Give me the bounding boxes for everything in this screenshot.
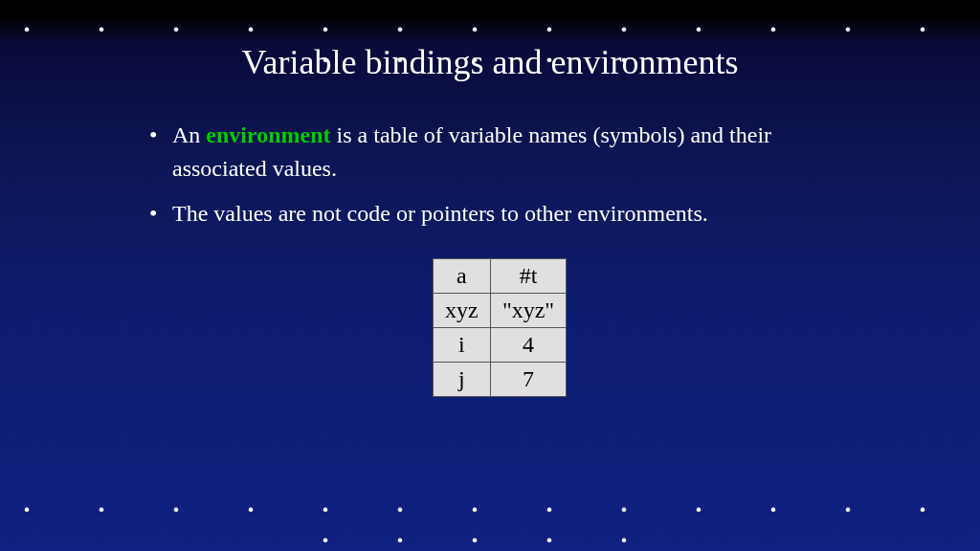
bullet-text-pre: The values are not code or pointers to o… <box>172 201 708 226</box>
keyword-environment: environment <box>206 122 330 147</box>
slide-content: An environment is a table of variable na… <box>144 119 856 397</box>
environment-table: a #t xyz "xyz" i 4 j 7 <box>433 258 567 397</box>
table-row: i 4 <box>433 328 566 363</box>
decorative-dots-bottom: . . . . . . . . . . . . . . . . . . <box>0 488 980 549</box>
bullet-list: An environment is a table of variable na… <box>144 119 856 230</box>
var-name-cell: j <box>433 363 490 397</box>
var-name-cell: i <box>433 328 490 363</box>
decorative-dots-top: . . . . . . . . . . . . . . . . . . <box>0 8 980 69</box>
var-name-cell: a <box>433 259 490 294</box>
var-value-cell: 4 <box>490 328 566 363</box>
bullet-text-pre: An <box>172 122 206 147</box>
table-row: j 7 <box>433 363 566 397</box>
table-row: a #t <box>433 259 566 294</box>
var-value-cell: 7 <box>490 363 566 397</box>
table-row: xyz "xyz" <box>433 294 566 328</box>
var-name-cell: xyz <box>433 294 490 328</box>
var-value-cell: "xyz" <box>490 294 566 328</box>
bullet-item: The values are not code or pointers to o… <box>144 197 856 231</box>
var-value-cell: #t <box>490 259 566 294</box>
bullet-item: An environment is a table of variable na… <box>144 119 856 186</box>
